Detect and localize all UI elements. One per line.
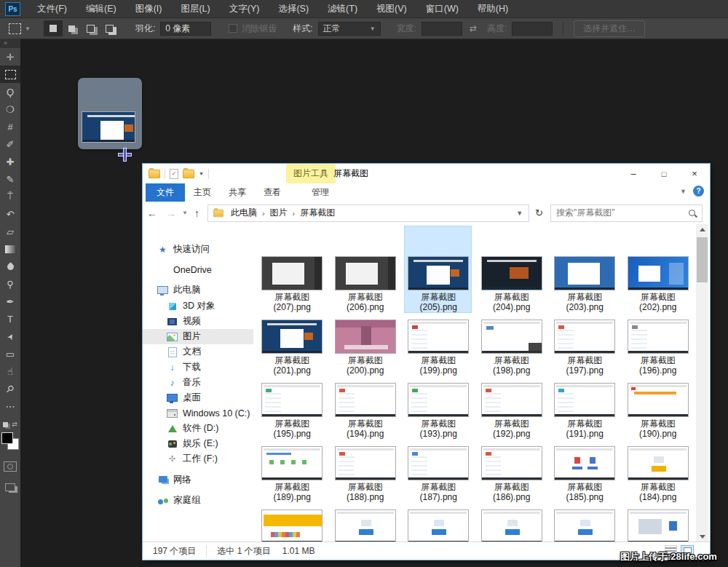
- lasso-tool[interactable]: Ϙ: [0, 83, 20, 100]
- gradient-tool[interactable]: [0, 240, 20, 258]
- tab-file[interactable]: 文件: [146, 183, 185, 202]
- file-item[interactable]: [329, 509, 403, 542]
- eraser-tool[interactable]: ▱: [0, 223, 20, 240]
- file-item[interactable]: [402, 509, 475, 542]
- breadcrumb-item[interactable]: 图片: [268, 207, 290, 219]
- recent-locations-chevron-icon[interactable]: ▼: [181, 210, 189, 216]
- path-selection-tool[interactable]: ➤: [0, 328, 20, 345]
- minimize-button[interactable]: –: [618, 164, 649, 183]
- edit-toolbar-button[interactable]: ⋯: [0, 397, 20, 415]
- maximize-button[interactable]: □: [649, 164, 679, 183]
- file-item[interactable]: 屏幕截图(195).png: [256, 383, 329, 446]
- select-and-mask-button[interactable]: 选择并遮住…: [574, 20, 645, 37]
- file-item[interactable]: 屏幕截图(205).png: [402, 256, 475, 320]
- file-item[interactable]: 屏幕截图(188).png: [329, 446, 403, 509]
- quick-mask-button[interactable]: [4, 461, 17, 472]
- sidebar-item-downloads[interactable]: ↓下载: [143, 360, 253, 375]
- rectangular-marquee-tool[interactable]: [0, 66, 20, 83]
- sidebar-item-pictures[interactable]: 图片: [143, 329, 253, 344]
- sidebar-item-desktop[interactable]: 桌面: [143, 390, 253, 405]
- color-swatches[interactable]: [1, 432, 19, 450]
- sidebar-item-quick-access[interactable]: ★快速访问: [143, 242, 253, 257]
- spot-healing-brush-tool[interactable]: ✚: [0, 153, 20, 170]
- brush-tool[interactable]: ✎: [0, 170, 20, 188]
- file-item[interactable]: 屏幕截图(191).png: [548, 383, 622, 446]
- file-item[interactable]: 屏幕截图(184).png: [622, 446, 695, 509]
- file-item[interactable]: 屏幕截图(193).png: [402, 383, 475, 446]
- search-icon[interactable]: [688, 209, 697, 218]
- file-item[interactable]: [548, 509, 622, 542]
- file-item[interactable]: 屏幕截图(187).png: [402, 446, 475, 509]
- sidebar-item-this-pc[interactable]: 此电脑: [143, 282, 253, 298]
- intersect-selection-button[interactable]: [100, 20, 119, 36]
- file-item[interactable]: 屏幕截图(202).png: [622, 256, 695, 320]
- file-item[interactable]: 屏幕截图(186).png: [475, 446, 549, 509]
- menu-help[interactable]: 帮助(H): [468, 0, 518, 17]
- ribbon-collapse-chevron-icon[interactable]: ▼: [680, 188, 687, 195]
- default-colors-icon[interactable]: [3, 422, 8, 427]
- sidebar-item-network[interactable]: 网络: [143, 472, 253, 488]
- menu-window[interactable]: 窗口(W): [416, 0, 468, 17]
- refresh-icon[interactable]: ↻: [529, 207, 549, 218]
- move-tool[interactable]: ✛: [0, 48, 20, 66]
- properties-icon[interactable]: ✓: [170, 169, 178, 179]
- tab-home[interactable]: 主页: [185, 183, 220, 202]
- sidebar-item-drive-c[interactable]: Windows 10 (C:): [143, 405, 253, 421]
- file-item[interactable]: 屏幕截图(192).png: [475, 383, 549, 446]
- foreground-color-swatch[interactable]: [1, 432, 13, 444]
- zoom-tool[interactable]: ⚲: [0, 380, 20, 397]
- file-item[interactable]: 屏幕截图(189).png: [256, 446, 329, 509]
- folder-icon[interactable]: [149, 170, 160, 178]
- style-select[interactable]: 正常 ▼: [318, 22, 381, 36]
- sidebar-item-onedrive[interactable]: OneDrive: [143, 262, 253, 277]
- menu-layer[interactable]: 图层(L): [171, 0, 219, 17]
- help-button[interactable]: ?: [693, 186, 704, 197]
- file-item[interactable]: 屏幕截图(204).png: [475, 256, 549, 320]
- forward-button[interactable]: →: [162, 207, 181, 219]
- file-item[interactable]: [622, 509, 695, 542]
- file-item[interactable]: 屏幕截图(199).png: [402, 320, 475, 383]
- eyedropper-tool[interactable]: ✐: [0, 135, 20, 153]
- menu-image[interactable]: 图像(I): [126, 0, 172, 17]
- file-item[interactable]: 屏幕截图(190).png: [622, 383, 695, 446]
- height-input[interactable]: [512, 22, 553, 36]
- menu-file[interactable]: 文件(F): [28, 0, 76, 17]
- sidebar-item-3d-objects[interactable]: 3D 对象: [143, 298, 253, 314]
- hand-tool[interactable]: ☝: [0, 362, 20, 380]
- quick-selection-tool[interactable]: ❍: [0, 100, 20, 118]
- swap-dimensions-icon[interactable]: ⇄: [470, 23, 477, 33]
- sidebar-item-drive-d[interactable]: 软件 (D:): [143, 421, 253, 436]
- file-item[interactable]: 屏幕截图(198).png: [475, 320, 549, 383]
- file-item[interactable]: 屏幕截图(196).png: [622, 320, 695, 383]
- sidebar-item-homegroup[interactable]: 家庭组: [143, 493, 253, 508]
- blur-tool[interactable]: [0, 258, 20, 275]
- vertical-scrollbar[interactable]: [696, 224, 708, 542]
- file-item[interactable]: 屏幕截图(197).png: [548, 320, 622, 383]
- search-input[interactable]: 搜索"屏幕截图": [550, 205, 703, 222]
- menu-type[interactable]: 文字(Y): [220, 0, 269, 17]
- tab-view[interactable]: 查看: [255, 183, 290, 202]
- crop-tool[interactable]: #: [0, 118, 20, 135]
- file-item[interactable]: 屏幕截图(203).png: [548, 256, 622, 320]
- feather-input[interactable]: 0 像素: [160, 22, 211, 36]
- up-button[interactable]: ↑: [189, 207, 205, 219]
- width-input[interactable]: [422, 22, 462, 36]
- sidebar-item-documents[interactable]: 文档: [143, 344, 253, 360]
- add-to-selection-button[interactable]: [63, 20, 82, 36]
- address-dropdown-chevron-icon[interactable]: ▼: [516, 210, 524, 217]
- antialias-checkbox[interactable]: [229, 24, 237, 33]
- subtract-selection-button[interactable]: [82, 20, 100, 36]
- file-item[interactable]: 屏幕截图(207).png: [256, 256, 329, 320]
- type-tool[interactable]: T: [0, 310, 20, 328]
- scroll-down-arrow[interactable]: [696, 531, 708, 542]
- dodge-tool[interactable]: ⚲: [0, 275, 20, 293]
- swap-colors-icon[interactable]: ⇄: [12, 421, 17, 428]
- address-bar[interactable]: 此电脑›图片›屏幕截图 ▼: [207, 205, 529, 222]
- rectangle-tool[interactable]: ▭: [0, 345, 20, 362]
- pen-tool[interactable]: ✒: [0, 293, 20, 310]
- breadcrumb-item[interactable]: 此电脑: [229, 207, 259, 219]
- back-button[interactable]: ←: [143, 207, 162, 219]
- close-button[interactable]: ×: [679, 164, 710, 183]
- tool-preset-picker[interactable]: ▼: [9, 23, 31, 34]
- tab-manage[interactable]: 管理: [303, 183, 338, 202]
